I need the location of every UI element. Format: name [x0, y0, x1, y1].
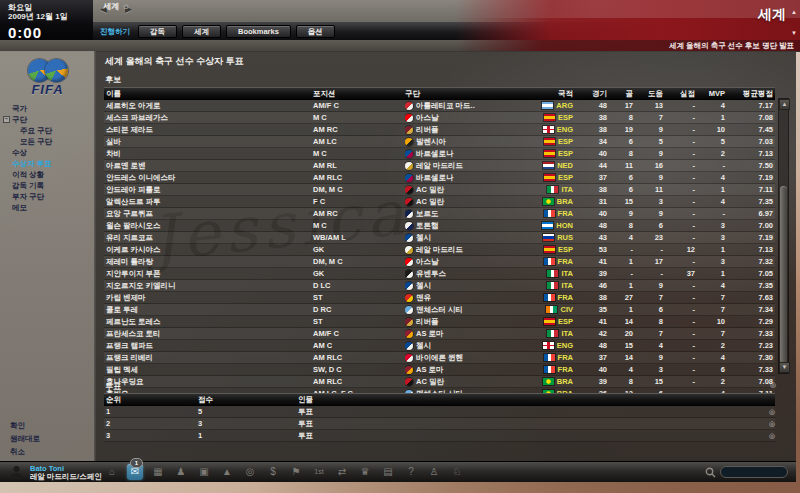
candidate-row[interactable]: 프랭크 램파드AM C첼시ENG48154-27.23 — [104, 340, 775, 352]
candidate-row[interactable]: 실바AM LC발렌시아ESP3465-57.03 — [104, 136, 775, 148]
candidate-row[interactable]: 호나우딩요AM RLCAC 밀란BRA39815-27.08 — [104, 376, 775, 388]
league-standings-icon[interactable]: 1st — [311, 464, 327, 480]
search-input[interactable] — [720, 466, 788, 478]
column-header[interactable]: 실점 — [663, 89, 695, 99]
squad-icon[interactable]: ♟ — [173, 464, 189, 480]
scroll-up-icon[interactable]: ▲ — [779, 99, 790, 110]
vote-selector-icon[interactable]: ◎ — [763, 420, 775, 428]
transfers-icon[interactable]: ⇄ — [334, 464, 350, 480]
banner-collapse-icon[interactable]: ▲ — [791, 9, 797, 15]
staff-icon[interactable]: ♙ — [426, 464, 442, 480]
cancel-button[interactable]: 취소 — [10, 445, 40, 458]
candidate-row[interactable]: 윌슨 팔라시오스M C토튼햄HON4886-37.00 — [104, 220, 775, 232]
media-icon[interactable]: ▣ — [196, 464, 212, 480]
column-header[interactable]: 구단 — [405, 89, 523, 99]
column-header[interactable]: 국적 — [523, 89, 573, 99]
help-icon[interactable]: ? — [403, 464, 419, 480]
sidebar-item[interactable]: 수상 — [0, 147, 95, 158]
vote-selector-icon[interactable]: ◎ — [763, 432, 775, 440]
options-menu-button[interactable]: 옵션 — [296, 25, 335, 38]
stat-mvp: 4 — [695, 281, 725, 290]
column-header[interactable]: 골 — [607, 89, 633, 99]
continue-button[interactable]: 진행하기 — [100, 27, 130, 37]
tab-menu-icon[interactable]: ⊙ — [123, 3, 129, 11]
candidate-row[interactable]: 안드레아 피를로DM, M CAC 밀란ITA38611-17.11 — [104, 184, 775, 196]
stat-conceded: - — [663, 257, 695, 266]
column-header[interactable]: 평균평점 — [725, 89, 775, 99]
candidate-row[interactable]: 콜로 투레D RC맨체스터 시티CIV3516-77.34 — [104, 304, 775, 316]
vote-person[interactable]: 투표 — [298, 407, 763, 417]
voting-section-menu-icon[interactable]: ◎ — [770, 381, 776, 389]
player-name: 프랭크 램파드 — [104, 341, 313, 351]
candidate-row[interactable]: 페르난도 토레스ST리버풀ESP41148-107.29 — [104, 316, 775, 328]
column-header[interactable]: MVP — [695, 89, 725, 98]
player-nationality: FRA — [523, 209, 573, 218]
sidebar-item[interactable]: 메모 — [0, 202, 95, 213]
candidate-row[interactable]: 프란세스코 토티AM/F CAS 로마ITA42207-77.33 — [104, 328, 775, 340]
world-menu-button[interactable]: 세계 — [182, 25, 221, 38]
sidebar-item[interactable]: 주요 구단 — [0, 125, 95, 136]
scrollbar-thumb[interactable] — [780, 186, 787, 364]
vote-selector-icon[interactable]: ◎ — [763, 408, 775, 416]
manager-club-nation: 레알 마드리드/스페인 — [30, 472, 102, 482]
candidate-row[interactable]: 제레미 툴라랑DM, M C아스날FRA41117-37.32 — [104, 256, 775, 268]
candidates-scrollbar[interactable]: ▲ ▼ — [778, 98, 789, 374]
stat-avg-rating: 6.97 — [725, 209, 775, 218]
candidate-row[interactable]: 필립 멕세SW, D CAS 로마FRA4043-67.33 — [104, 364, 775, 376]
candidate-row[interactable]: 요앙 구르퀴프AM RC보르도FRA4099--6.97 — [104, 208, 775, 220]
candidate-row[interactable]: 스티븐 제라드AM RC리버풀ENG38199-107.45 — [104, 124, 775, 136]
notes-icon[interactable]: ▤ — [380, 464, 396, 480]
candidate-row[interactable]: 이케르 카시야스GK레알 마드리드ESP53--1217.13 — [104, 244, 775, 256]
sidebar-item[interactable]: −구단 — [0, 114, 95, 125]
calendar-icon[interactable]: ▦ — [150, 464, 166, 480]
scroll-down-icon[interactable]: ▼ — [779, 362, 790, 373]
sidebar-item[interactable]: 부자 구단 — [0, 191, 95, 202]
column-header[interactable]: 인물 — [298, 395, 763, 405]
sidebar-item[interactable]: 감독 기록 — [0, 180, 95, 191]
vote-person[interactable]: 투표 — [298, 419, 763, 429]
column-header[interactable]: 도움 — [633, 89, 663, 99]
nation-code: FRA — [558, 353, 573, 362]
candidate-row[interactable]: 지오르지오 키엘리니D LC첼시ITA4619-47.35 — [104, 280, 775, 292]
vote-person[interactable]: 투표 — [298, 431, 763, 441]
inbox-icon[interactable]: ✉1 — [127, 464, 143, 480]
tab-world[interactable]: 세계 ⊙ — [103, 1, 129, 12]
vote-row[interactable]: 31투표◎ — [104, 430, 775, 442]
job-centre-icon[interactable]: ♘ — [449, 464, 465, 480]
stat-assists: 7 — [633, 329, 663, 338]
column-header[interactable]: 점수 — [198, 395, 298, 405]
candidate-row[interactable]: 지안루이지 부폰GK유벤투스ITA39--3717.05 — [104, 268, 775, 280]
vote-row[interactable]: 23투표◎ — [104, 418, 775, 430]
column-header[interactable]: 순위 — [104, 395, 198, 405]
tactics-icon[interactable]: ⚑ — [288, 464, 304, 480]
sidebar-item[interactable]: 이적 상황 — [0, 169, 95, 180]
confirm-button[interactable]: 확인 — [10, 419, 40, 432]
scouting-icon[interactable]: ◎ — [242, 464, 258, 480]
candidate-row[interactable]: 차비M C바르셀로나ESP4089-27.13 — [104, 148, 775, 160]
competitions-icon[interactable]: ♛ — [357, 464, 373, 480]
banner-expand-icon[interactable]: ▼ — [791, 30, 797, 36]
candidate-row[interactable]: 아르옌 로벤AM RL레알 마드리드NED441116--7.50 — [104, 160, 775, 172]
sidebar-item[interactable]: 수상자 투표 — [0, 158, 95, 169]
column-header[interactable]: 포지션 — [313, 89, 405, 99]
home-icon[interactable]: ⌂ — [104, 464, 120, 480]
candidate-row[interactable]: 유리 지르코프WB/AM L첼시RUS43423-37.19 — [104, 232, 775, 244]
candidate-row[interactable]: 알렉산드르 파투F CAC 밀란BRA31153-47.35 — [104, 196, 775, 208]
bookmarks-menu-button[interactable]: Bookmarks — [226, 25, 291, 38]
candidate-row[interactable]: 세르히오 아게로AM/F C아틀레티코 마드..ARG481713-47.17 — [104, 100, 775, 112]
reset-button[interactable]: 원래대로 — [10, 432, 40, 445]
sidebar-item[interactable]: 국가 — [0, 103, 95, 114]
collapse-icon[interactable]: − — [3, 116, 10, 123]
column-header[interactable]: 경기 — [573, 89, 607, 99]
manager-menu-button[interactable]: 감독 — [138, 25, 177, 38]
finances-icon[interactable]: $ — [265, 464, 281, 480]
sidebar-item[interactable]: 모든 구단 — [0, 136, 95, 147]
candidate-row[interactable]: 세스크 파브레가스M C아스날ESP3887-17.08 — [104, 112, 775, 124]
training-icon[interactable]: ▲ — [219, 464, 235, 480]
candidate-row[interactable]: 안드레스 이니에스타AM RLC바르셀로나ESP3769-47.19 — [104, 172, 775, 184]
column-header[interactable]: 이름 — [104, 89, 313, 99]
candidate-row[interactable]: 카림 벤제마ST맨유FRA38277-77.63 — [104, 292, 775, 304]
club-badge-icon — [405, 318, 413, 326]
candidate-row[interactable]: 프랭크 리베리AM RLC바이에른 뮌헨FRA37149-47.30 — [104, 352, 775, 364]
vote-row[interactable]: 15투표◎ — [104, 406, 775, 418]
